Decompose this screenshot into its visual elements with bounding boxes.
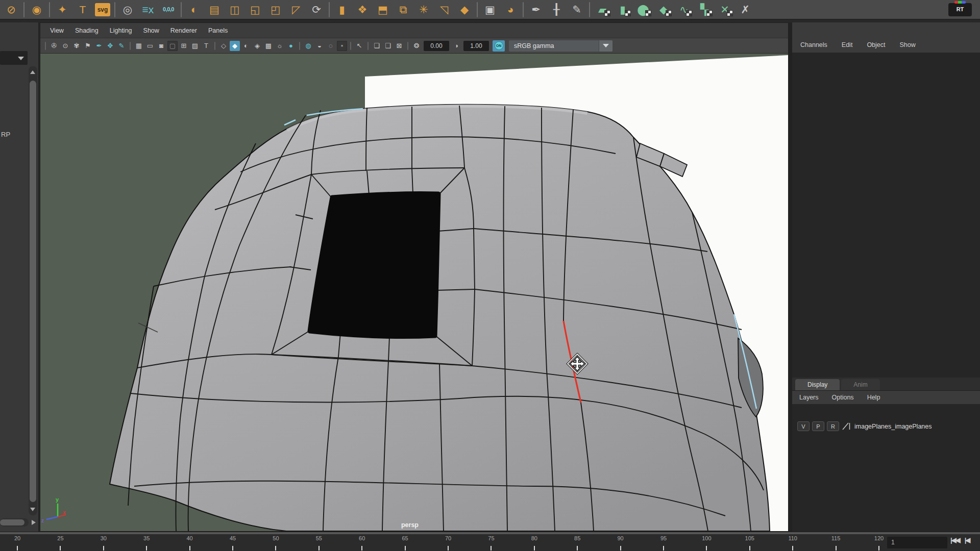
bend-deformer-icon[interactable]: ▮ xyxy=(334,2,350,17)
scatter-diamond-icon[interactable]: ❖ xyxy=(354,2,371,17)
poly-curve-icon[interactable]: ∿ xyxy=(676,2,692,17)
timeline-frame-number[interactable]: 40 xyxy=(186,535,192,541)
rt-axis-icon[interactable]: RT xyxy=(948,3,972,16)
timeline-frame-number[interactable]: 110 xyxy=(788,535,797,541)
menu-lighting[interactable]: Lighting xyxy=(104,25,138,36)
timeline-frame-number[interactable]: 115 xyxy=(831,535,841,541)
hud-icon[interactable]: T xyxy=(201,41,211,51)
sphere-grid-icon[interactable]: ◕ xyxy=(502,2,519,17)
menu-shading[interactable]: Shading xyxy=(69,25,104,36)
timeline-frame-number[interactable]: 60 xyxy=(359,535,365,541)
pencil-curve-icon[interactable]: ✎ xyxy=(569,2,585,17)
pencil-context-icon[interactable]: ✎ xyxy=(116,41,127,51)
scrollbar-thumb[interactable] xyxy=(30,81,36,502)
poly-cube-icon[interactable]: ◆ xyxy=(655,2,672,17)
scroll-down-icon[interactable] xyxy=(30,508,35,511)
rotate-cube-icon[interactable]: ⟳ xyxy=(308,2,325,17)
timeline-frame-number[interactable]: 35 xyxy=(143,535,150,541)
exposure-field[interactable]: 0.00 xyxy=(424,41,449,51)
menu-layers[interactable]: Layers xyxy=(799,394,819,401)
sphere-cut-icon[interactable]: ⊘ xyxy=(3,2,19,17)
pen-curve-icon[interactable]: ✒ xyxy=(528,2,544,17)
panel-divider[interactable] xyxy=(789,22,792,532)
resolution-gate-icon[interactable]: ◙ xyxy=(156,41,166,51)
spoke-wheel-icon[interactable]: ✳ xyxy=(415,2,432,17)
feather-edit-icon[interactable]: ✒ xyxy=(94,41,104,51)
time-slider[interactable]: 1 |◀◀|◀ 20253035404550556065707580859095… xyxy=(0,534,980,551)
layer-visibility-button[interactable]: V xyxy=(797,421,810,431)
timeline-frame-number[interactable]: 70 xyxy=(445,535,451,541)
cv-handles-icon[interactable]: ╂ xyxy=(548,2,565,17)
isolate-select-icon[interactable]: ❏ xyxy=(372,41,382,51)
textured-mode-icon[interactable]: ◈ xyxy=(252,41,262,51)
timeline-frame-number[interactable]: 50 xyxy=(273,535,279,541)
wireframe-mode-icon[interactable]: ◇ xyxy=(218,41,229,51)
timeline-frame-number[interactable]: 65 xyxy=(402,535,408,541)
timeline-frame-number[interactable]: 120 xyxy=(874,535,884,541)
timeline-frame-number[interactable]: 80 xyxy=(531,535,537,541)
left-panel-dropdown[interactable] xyxy=(0,51,28,65)
menu-show[interactable]: Show xyxy=(900,41,916,48)
grid-quarter-icon[interactable]: ◱ xyxy=(247,2,263,17)
camera-lock-icon[interactable]: ⊙ xyxy=(60,41,70,51)
contrast-icon[interactable]: ◑ xyxy=(451,41,461,51)
fold-corner-icon[interactable]: ◹ xyxy=(436,2,452,17)
block-grid-icon[interactable]: ▤ xyxy=(206,2,223,17)
exposure-icon[interactable]: ❂ xyxy=(411,41,422,51)
isolate-add-icon[interactable]: ❑ xyxy=(383,41,393,51)
curve-x-icon[interactable]: ✗ xyxy=(737,2,753,17)
shaded-textured-icon[interactable]: ◐ xyxy=(241,41,251,51)
camera-aim-icon[interactable]: ◎ xyxy=(119,2,136,17)
layer-playback-button[interactable]: P xyxy=(812,421,824,431)
menu-object[interactable]: Object xyxy=(867,41,885,48)
bookmark-icon[interactable]: ⚑ xyxy=(83,41,93,51)
menu-help[interactable]: Help xyxy=(867,394,880,401)
menu-options[interactable]: Options xyxy=(832,394,854,401)
mesh-window-hole[interactable] xyxy=(310,193,438,336)
left-panel-vertical-scrollbar[interactable] xyxy=(29,66,37,515)
zero-transform-icon[interactable]: 0,0,0 xyxy=(160,2,177,17)
left-panel-horizontal-scrollbar[interactable] xyxy=(0,518,29,527)
grid-toggle-icon[interactable]: ▦ xyxy=(134,41,144,51)
menu-show[interactable]: Show xyxy=(138,25,165,36)
menu-edit[interactable]: Edit xyxy=(842,41,853,48)
mirror-cube-icon[interactable]: ◫ xyxy=(227,2,243,17)
shaded-mode-icon[interactable]: ◆ xyxy=(230,41,240,51)
timeline-frame-number[interactable]: 105 xyxy=(745,535,754,541)
default-lighting-icon[interactable]: ☼ xyxy=(275,41,285,51)
poly-plane-icon[interactable]: ▰ xyxy=(594,2,610,17)
unfold-cube-icon[interactable]: ⬒ xyxy=(375,2,391,17)
pick-image-plane-icon[interactable]: ⊠ xyxy=(394,41,404,51)
current-frame-field[interactable]: 1 xyxy=(887,537,947,548)
layer-name[interactable]: imagePlanes_imagePlanes xyxy=(854,423,932,430)
go-to-start-button[interactable]: |◀◀ xyxy=(950,536,960,544)
plane-slash-icon[interactable]: ◸ xyxy=(288,2,304,17)
ambient-occlusion-icon[interactable]: ◒ xyxy=(314,41,325,51)
timeline-frame-number[interactable]: 25 xyxy=(57,535,63,541)
scrollbar-thumb[interactable] xyxy=(0,519,24,525)
image-plane-icon[interactable]: ▨ xyxy=(190,41,200,51)
film-gate-icon[interactable]: ▭ xyxy=(145,41,155,51)
stacked-diamonds-icon[interactable]: ◆ xyxy=(456,2,473,17)
viewport-canvas[interactable]: persp y z x xyxy=(40,54,788,531)
poly-cylinder-icon[interactable]: ▮ xyxy=(615,2,631,17)
poly-sphere-prim-icon[interactable]: ⬤ xyxy=(635,2,651,17)
grid-fill-icon[interactable]: ◰ xyxy=(267,2,284,17)
svg-tool-icon[interactable]: svg xyxy=(95,3,110,16)
motion-blur-icon[interactable]: ◌ xyxy=(326,41,336,51)
poly-cross-icon[interactable]: ✕ xyxy=(717,2,733,17)
scroll-right-icon[interactable] xyxy=(32,520,36,525)
pan-zoom-icon[interactable]: ✥ xyxy=(105,41,115,51)
camera-attributes-icon[interactable]: ✾ xyxy=(71,41,82,51)
timeline-frame-number[interactable]: 90 xyxy=(617,535,623,541)
gamma-field[interactable]: 1.00 xyxy=(463,41,489,51)
field-chart-icon[interactable]: ⊞ xyxy=(179,41,189,51)
timeline-frame-number[interactable]: 85 xyxy=(574,535,580,541)
layer-row[interactable]: V P R imagePlanes_imagePlanes xyxy=(792,404,980,431)
chevron-down-icon[interactable] xyxy=(599,40,612,52)
3d-viewport[interactable]: persp y z x xyxy=(40,54,788,531)
camera-select-icon[interactable]: ✇ xyxy=(49,41,59,51)
timeline-frame-number[interactable]: 55 xyxy=(316,535,322,541)
timeline-frame-number[interactable]: 100 xyxy=(702,535,711,541)
gate-mask-icon[interactable]: ▢ xyxy=(167,41,178,51)
